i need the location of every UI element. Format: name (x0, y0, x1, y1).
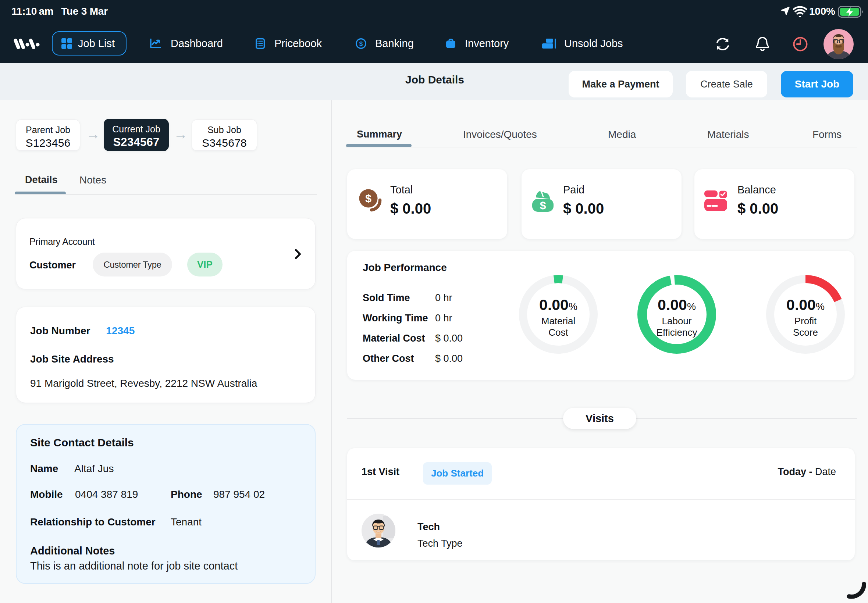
svg-text:$: $ (359, 40, 363, 48)
svg-text:$: $ (365, 192, 371, 204)
svg-text:$: $ (540, 199, 546, 212)
